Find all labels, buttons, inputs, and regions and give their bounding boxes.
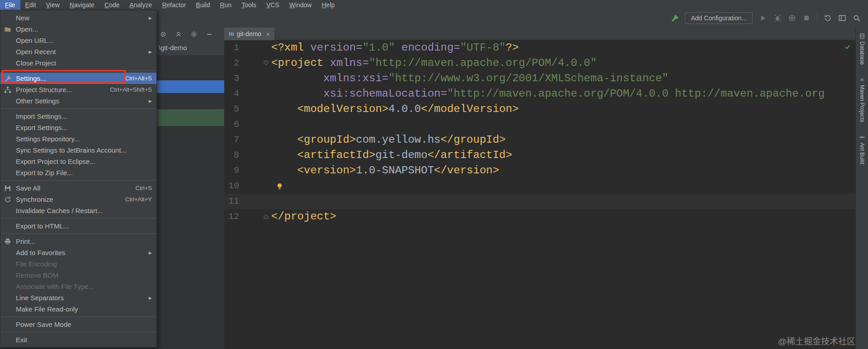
- menubar-item-refactor[interactable]: Refactor: [157, 0, 191, 10]
- stop-icon[interactable]: [802, 14, 811, 22]
- line-number: 12: [224, 209, 239, 224]
- code-line-3[interactable]: 3 xmlns:xsi="http://www.w3.org/2001/XMLS…: [224, 71, 855, 86]
- code-token: xmlns:xsi=: [323, 72, 388, 84]
- code-line-10[interactable]: 10: [224, 178, 855, 194]
- search-icon[interactable]: [853, 14, 861, 22]
- fold-marker-icon[interactable]: [239, 209, 271, 224]
- code-line-1[interactable]: 1<?xml version="1.0" encoding="UTF-8"?>: [224, 40, 855, 56]
- tool-button-database[interactable]: Database: [856, 33, 868, 65]
- menu-item-new[interactable]: New▶: [0, 12, 156, 23]
- editor-tab-git-demo[interactable]: m git-demo ×: [224, 28, 274, 40]
- menu-item-exit[interactable]: Exit: [0, 334, 156, 345]
- restore-layout-icon[interactable]: [824, 14, 832, 22]
- code-token: </project>: [271, 210, 336, 223]
- menubar-item-help[interactable]: Help: [316, 0, 340, 10]
- submenu-arrow-icon: ▶: [146, 50, 152, 54]
- code-token: <?xml: [271, 42, 310, 54]
- intention-bulb-icon[interactable]: [276, 182, 283, 190]
- code-text: xmlns:xsi="http://www.w3.org/2001/XMLSch…: [271, 71, 669, 86]
- menubar-item-code[interactable]: Code: [99, 0, 124, 10]
- fold-up[interactable]: [263, 213, 269, 220]
- code-token: version=: [310, 42, 362, 54]
- tool-button-ant-build[interactable]: Ant Build: [856, 134, 868, 164]
- code-line-5[interactable]: 5 <modelVersion>4.0.0</modelVersion>: [224, 102, 855, 117]
- coverage-icon[interactable]: [788, 14, 796, 22]
- menu-item-print[interactable]: Print...: [0, 236, 156, 247]
- menubar-item-analyze[interactable]: Analyze: [125, 0, 157, 10]
- menu-item-synchronize[interactable]: SynchronizeCtrl+Alt+Y: [0, 194, 156, 205]
- menu-item-export-settings[interactable]: Export Settings...: [0, 122, 156, 133]
- add-configuration-button[interactable]: Add Configuration...: [685, 12, 753, 24]
- menu-item-save-all[interactable]: Save AllCtrl+S: [0, 182, 156, 194]
- fold-marker-icon[interactable]: [239, 56, 271, 71]
- code-line-11[interactable]: 11: [224, 194, 855, 209]
- menu-item-add-to-favorites[interactable]: Add to Favorites▶: [0, 247, 156, 258]
- menu-item-label: Exit: [16, 336, 152, 344]
- hide-icon[interactable]: [206, 31, 213, 38]
- menu-item-line-separators[interactable]: Line Separators▶: [0, 292, 156, 303]
- collapse-all-icon[interactable]: [175, 31, 182, 38]
- menu-item-label: Project Structure...: [16, 86, 101, 93]
- code-line-12[interactable]: 12</project>: [224, 209, 855, 224]
- menubar-item-navigate[interactable]: Navigate: [65, 0, 99, 10]
- menu-item-close-project[interactable]: Close Project: [0, 57, 156, 69]
- line-number: 8: [224, 148, 239, 163]
- menu-item-make-file-read-only[interactable]: Make File Read-only: [0, 303, 156, 315]
- menu-item-export-project-to-eclipse[interactable]: Export Project to Eclipse...: [0, 156, 156, 167]
- editor[interactable]: 1<?xml version="1.0" encoding="UTF-8"?>2…: [224, 40, 855, 349]
- menu-item-label: Save All: [16, 184, 127, 192]
- code-line-4[interactable]: 4 xsi:schemaLocation="http://maven.apach…: [224, 86, 855, 102]
- menu-item-export-to-zip-file[interactable]: Export to Zip File...: [0, 167, 156, 178]
- code-token: [271, 134, 297, 146]
- menubar-item-edit[interactable]: Edit: [20, 0, 41, 10]
- code-token: </modelVersion>: [421, 103, 519, 115]
- menu-item-project-structure[interactable]: Project Structure...Ctrl+Alt+Shift+S: [0, 84, 156, 95]
- menu-item-label: Export Project to Eclipse...: [16, 158, 152, 165]
- menu-item-export-to-html[interactable]: Export to HTML...: [0, 220, 156, 232]
- menu-item-label: Sync Settings to JetBrains Account...: [16, 146, 152, 154]
- menubar-item-vcs[interactable]: VCS: [261, 0, 284, 10]
- tool-button-maven-projects[interactable]: mMaven Projects: [856, 76, 868, 122]
- menu-item-open-recent[interactable]: Open Recent▶: [0, 46, 156, 57]
- code-line-8[interactable]: 8 <artifactId>git-demo</artifactId>: [224, 148, 855, 163]
- menu-separator: [1, 108, 156, 109]
- menu-item-invalidate-caches-restart[interactable]: Invalidate Caches / Restart...: [0, 205, 156, 216]
- locate-icon[interactable]: [160, 31, 167, 38]
- code-token: git-demo: [375, 149, 427, 161]
- debug-icon[interactable]: [774, 14, 782, 22]
- menu-item-sync-settings-to-jetbrains-account[interactable]: Sync Settings to JetBrains Account...: [0, 144, 156, 156]
- menu-item-label: Make File Read-only: [16, 305, 152, 313]
- file-menu: New▶Open...Open URL...Open Recent▶Close …: [0, 10, 157, 348]
- menubar-item-file[interactable]: File: [0, 0, 20, 10]
- menubar-item-tools[interactable]: Tools: [236, 0, 261, 10]
- menu-item-power-save-mode[interactable]: Power Save Mode: [0, 319, 156, 330]
- menu-item-open-url[interactable]: Open URL...: [0, 35, 156, 46]
- menu-item-open[interactable]: Open...: [0, 23, 156, 35]
- menubar-item-view[interactable]: View: [41, 0, 65, 10]
- code-token: </artifactId>: [428, 149, 512, 161]
- menubar-item-build[interactable]: Build: [191, 0, 215, 10]
- menu-item-label: Export Settings...: [16, 124, 152, 131]
- menu-item-other-settings[interactable]: Other Settings▶: [0, 95, 156, 107]
- maven-icon: m: [229, 30, 234, 37]
- menu-item-label: Settings Repository...: [16, 135, 152, 143]
- menu-item-import-settings[interactable]: Import Settings...: [0, 111, 156, 122]
- menu-item-settings[interactable]: Settings...Ctrl+Alt+S: [0, 73, 156, 84]
- menu-item-label: Synchronize: [16, 195, 116, 203]
- fold-down[interactable]: [263, 60, 269, 66]
- code-line-2[interactable]: 2<project xmlns="http://maven.apache.org…: [224, 56, 855, 71]
- tab-close-icon[interactable]: ×: [266, 30, 270, 38]
- wrench-green-icon[interactable]: [670, 14, 679, 22]
- code-line-7[interactable]: 7 <groupId>com.yellow.hs</groupId>: [224, 132, 855, 148]
- code-token: ?>: [506, 42, 519, 54]
- layout-icon[interactable]: [838, 14, 846, 22]
- run-icon[interactable]: [759, 14, 767, 22]
- menu-item-settings-repository[interactable]: Settings Repository...: [0, 133, 156, 144]
- menubar-item-run[interactable]: Run: [215, 0, 236, 10]
- menubar-item-window[interactable]: Window: [284, 0, 317, 10]
- settings-gear-icon[interactable]: [190, 31, 198, 38]
- gutter-spacer: [239, 163, 271, 178]
- code-line-6[interactable]: 6: [224, 117, 855, 132]
- inspection-ok-icon[interactable]: [844, 44, 851, 50]
- code-line-9[interactable]: 9 <version>1.0-SNAPSHOT</version>: [224, 163, 855, 178]
